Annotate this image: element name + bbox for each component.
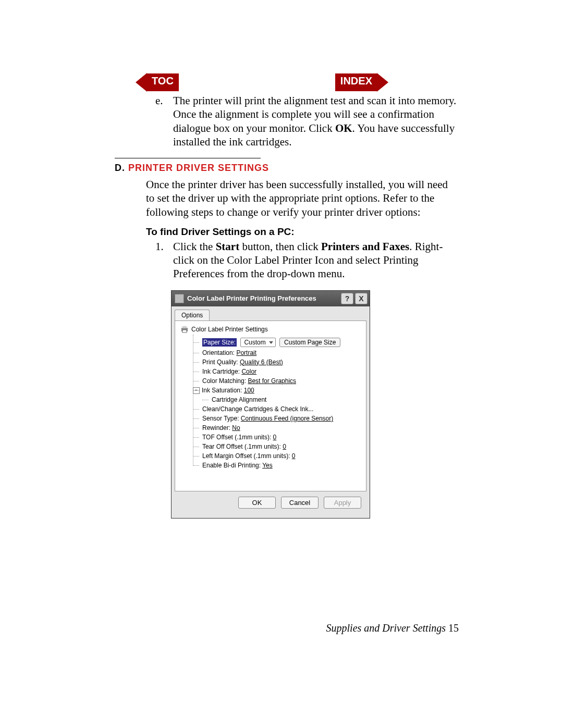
- section-d-paragraph: Once the printer driver has been success…: [146, 178, 459, 219]
- printer-tree-icon: [180, 325, 189, 334]
- step-e-text: The printer will print the alignment tes…: [173, 94, 459, 149]
- cancel-button[interactable]: Cancel: [281, 497, 319, 509]
- step-e-marker: e.: [155, 94, 173, 149]
- chevron-down-icon: [269, 341, 273, 344]
- row-left-margin-offset[interactable]: Left Margin Offset (.1mm units): 0: [193, 451, 361, 461]
- dialog-body: Options Color Label Printer Settings Pap…: [172, 306, 370, 518]
- toc-link[interactable]: TOC: [136, 73, 179, 92]
- printing-preferences-dialog: Color Label Printer Printing Preferences…: [171, 290, 370, 519]
- dialog-titlebar: Color Label Printer Printing Preferences…: [172, 291, 370, 306]
- row-clean-change[interactable]: Clean/Change Cartridges & Check Ink...: [193, 404, 361, 414]
- page-footer: Supplies and Driver Settings 15: [292, 622, 459, 634]
- tree-root[interactable]: Color Label Printer Settings: [180, 325, 361, 334]
- step-1: 1. Click the Start button, then click Pr…: [155, 240, 459, 281]
- printer-icon: [175, 294, 184, 303]
- row-rewinder[interactable]: Rewinder: No: [193, 423, 361, 433]
- ok-button[interactable]: OK: [238, 497, 276, 509]
- row-sensor-type[interactable]: Sensor Type: Continuous Feed (ignore Sen…: [193, 414, 361, 423]
- index-link[interactable]: INDEX: [335, 73, 388, 92]
- section-divider: [115, 158, 261, 158]
- help-button[interactable]: ?: [341, 293, 353, 304]
- apply-button: Apply: [324, 497, 361, 509]
- index-label: INDEX: [335, 73, 377, 91]
- step-1-text: Click the Start button, then click Print…: [173, 240, 459, 281]
- row-color-matching[interactable]: Color Matching: Best for Graphics: [193, 376, 361, 386]
- custom-page-size-button[interactable]: Custom Page Size: [279, 338, 340, 347]
- row-bidi[interactable]: Enable Bi-di Printing: Yes: [193, 461, 361, 470]
- svg-rect-2: [182, 330, 187, 332]
- settings-tree: Color Label Printer Settings Paper Size:…: [175, 321, 366, 491]
- minus-icon[interactable]: −: [193, 387, 200, 394]
- paper-size-select[interactable]: Custom: [240, 338, 275, 347]
- row-ink-cartridge[interactable]: Ink Cartridge: Color: [193, 367, 361, 376]
- toc-label: TOC: [146, 73, 179, 91]
- row-tear-off-offset[interactable]: Tear Off Offset (.1mm units): 0: [193, 442, 361, 451]
- dialog-footer: OK Cancel Apply: [175, 491, 366, 515]
- step-e: e. The printer will print the alignment …: [155, 94, 459, 149]
- arrow-left-icon: [136, 73, 147, 92]
- row-tof-offset[interactable]: TOF Offset (.1mm units): 0: [193, 433, 361, 442]
- tab-options[interactable]: Options: [175, 310, 210, 320]
- close-button[interactable]: X: [355, 293, 368, 304]
- section-d-heading: D. PRINTER DRIVER SETTINGS: [115, 163, 459, 174]
- arrow-right-icon: [377, 73, 388, 92]
- tab-row: Options: [175, 310, 366, 321]
- row-ink-saturation[interactable]: −Ink Saturation: 100: [193, 386, 361, 395]
- tree-items: Paper Size: Custom Custom Page Size Orie…: [193, 337, 361, 470]
- manual-page: TOC INDEX e. The printer will print the …: [0, 0, 563, 728]
- svg-rect-1: [182, 326, 187, 328]
- nav-arrows: TOC INDEX: [136, 73, 459, 92]
- row-print-quality[interactable]: Print Quality: Quality 6 (Best): [193, 357, 361, 367]
- row-orientation[interactable]: Orientation: Portrait: [193, 348, 361, 357]
- row-paper-size[interactable]: Paper Size: Custom Custom Page Size: [193, 337, 361, 348]
- find-driver-heading: To find Driver Settings on a PC:: [146, 226, 459, 238]
- step-1-marker: 1.: [155, 240, 173, 281]
- row-cartridge-alignment[interactable]: Cartridge Alignment: [202, 395, 361, 404]
- dialog-title: Color Label Printer Printing Preferences: [187, 294, 339, 302]
